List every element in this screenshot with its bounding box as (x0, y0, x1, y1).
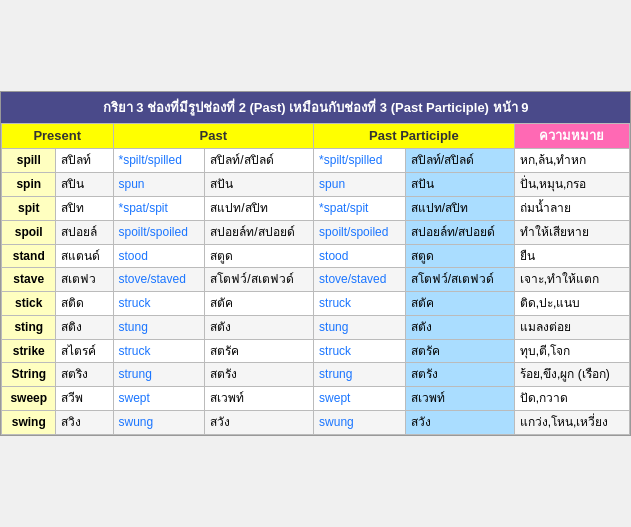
pp-form: *spilt/spilled (314, 149, 406, 173)
pp-thai: สตัค (405, 292, 514, 316)
present-en: strike (2, 339, 56, 363)
pp-form: swung (314, 411, 406, 435)
table-row: stingสติงstungสตังstungสตังแมลงต่อย (2, 315, 630, 339)
pp-thai: สตรัง (405, 363, 514, 387)
pp-form: stove/staved (314, 268, 406, 292)
past-form: *spat/spit (113, 196, 205, 220)
present-thai: สตริง (56, 363, 113, 387)
past-thai: สปัน (205, 173, 314, 197)
table-row: stickสติดstruckสตัคstruckสตัคติด,ปะ,แนบ (2, 292, 630, 316)
verb-table: Present Past Past Participle ความหมาย sp… (1, 123, 630, 435)
past-thai: สตัง (205, 315, 314, 339)
meaning: ติด,ปะ,แนบ (514, 292, 629, 316)
past-form: stung (113, 315, 205, 339)
present-thai: สแตนด์ (56, 244, 113, 268)
table-row: strikeสไตรค์struckสตรัคstruckสตรัคทุบ,ตี… (2, 339, 630, 363)
table-row: spinสปินspunสปันspunสปันปั่น,หมุน,กรอ (2, 173, 630, 197)
past-thai: สปอยล์ท/สปอยด์ (205, 220, 314, 244)
table-row: spoilสปอยล์spoilt/spoiledสปอยล์ท/สปอยด์s… (2, 220, 630, 244)
present-en: stick (2, 292, 56, 316)
present-thai: สเตฟว (56, 268, 113, 292)
main-container: กริยา 3 ช่องที่มีรูปช่องที่ 2 (Past) เหม… (0, 91, 631, 436)
pp-thai: สเวพท์ (405, 387, 514, 411)
past-form: spun (113, 173, 205, 197)
present-en: spill (2, 149, 56, 173)
past-form: struck (113, 292, 205, 316)
present-thai: สวิง (56, 411, 113, 435)
present-thai: สปอยล์ (56, 220, 113, 244)
meaning: ทุบ,ตี,โจก (514, 339, 629, 363)
present-thai: สติด (56, 292, 113, 316)
pp-thai: สวัง (405, 411, 514, 435)
meaning: ปัด,กวาด (514, 387, 629, 411)
present-en: stand (2, 244, 56, 268)
past-thai: สเวพท์ (205, 387, 314, 411)
pp-thai: สตูด (405, 244, 514, 268)
pp-form: stung (314, 315, 406, 339)
pp-thai: สแปท/สปิท (405, 196, 514, 220)
table-row: standสแตนด์stoodสตูดstoodสตูดยืน (2, 244, 630, 268)
present-en: stave (2, 268, 56, 292)
present-en: sting (2, 315, 56, 339)
table-row: sweepสวีพsweptสเวพท์sweptสเวพท์ปัด,กวาด (2, 387, 630, 411)
table-row: spitสปิท*spat/spitสแปท/สปิท*spat/spitสแป… (2, 196, 630, 220)
main-title: กริยา 3 ช่องที่มีรูปช่องที่ 2 (Past) เหม… (1, 92, 630, 123)
past-form: swept (113, 387, 205, 411)
table-row: Stringสตริงstrungสตรังstrungสตรังร้อย,ขึ… (2, 363, 630, 387)
pp-thai: สตรัค (405, 339, 514, 363)
pp-form: struck (314, 292, 406, 316)
past-form: spoilt/spoiled (113, 220, 205, 244)
meaning: ร้อย,ขึง,ผูก (เรือก) (514, 363, 629, 387)
pp-form: *spat/spit (314, 196, 406, 220)
table-row: staveสเตฟวstove/stavedสโตฟว์/สเตฟวด์stov… (2, 268, 630, 292)
present-en: String (2, 363, 56, 387)
meaning: แกว่ง,โหน,เหวี่ยง (514, 411, 629, 435)
header-pp: Past Participle (314, 124, 515, 149)
present-thai: สปิลท์ (56, 149, 113, 173)
meaning: แมลงต่อย (514, 315, 629, 339)
past-thai: สตรัค (205, 339, 314, 363)
past-form: stove/staved (113, 268, 205, 292)
pp-form: stood (314, 244, 406, 268)
past-thai: สโตฟว์/สเตฟวด์ (205, 268, 314, 292)
meaning: เจาะ,ทำให้แตก (514, 268, 629, 292)
header-present: Present (2, 124, 114, 149)
pp-form: spoilt/spoiled (314, 220, 406, 244)
past-thai: สแปท/สปิท (205, 196, 314, 220)
past-thai: สตรัง (205, 363, 314, 387)
pp-form: spun (314, 173, 406, 197)
past-form: stood (113, 244, 205, 268)
present-en: spoil (2, 220, 56, 244)
present-thai: สปิท (56, 196, 113, 220)
present-en: sweep (2, 387, 56, 411)
present-thai: สวีพ (56, 387, 113, 411)
header-meaning: ความหมาย (514, 124, 629, 149)
meaning: ถ่มน้ำลาย (514, 196, 629, 220)
pp-form: strung (314, 363, 406, 387)
present-en: spin (2, 173, 56, 197)
pp-thai: สปอยล์ท/สปอยด์ (405, 220, 514, 244)
pp-thai: สโตฟว์/สเตฟวด์ (405, 268, 514, 292)
present-thai: สติง (56, 315, 113, 339)
pp-thai: สปิลท์/สปิลด์ (405, 149, 514, 173)
past-thai: สปิลท์/สปิลด์ (205, 149, 314, 173)
past-thai: สตัค (205, 292, 314, 316)
meaning: หก,ล้น,ทำหก (514, 149, 629, 173)
present-en: spit (2, 196, 56, 220)
present-en: swing (2, 411, 56, 435)
pp-thai: สตัง (405, 315, 514, 339)
past-thai: สวัง (205, 411, 314, 435)
table-row: spillสปิลท์*spilt/spilledสปิลท์/สปิลด์*s… (2, 149, 630, 173)
past-form: struck (113, 339, 205, 363)
meaning: ปั่น,หมุน,กรอ (514, 173, 629, 197)
past-form: strung (113, 363, 205, 387)
meaning: ยืน (514, 244, 629, 268)
header-past: Past (113, 124, 314, 149)
meaning: ทำให้เสียหาย (514, 220, 629, 244)
table-row: swingสวิงswungสวังswungสวังแกว่ง,โหน,เหว… (2, 411, 630, 435)
past-thai: สตูด (205, 244, 314, 268)
present-thai: สปิน (56, 173, 113, 197)
past-form: swung (113, 411, 205, 435)
pp-form: struck (314, 339, 406, 363)
pp-form: swept (314, 387, 406, 411)
